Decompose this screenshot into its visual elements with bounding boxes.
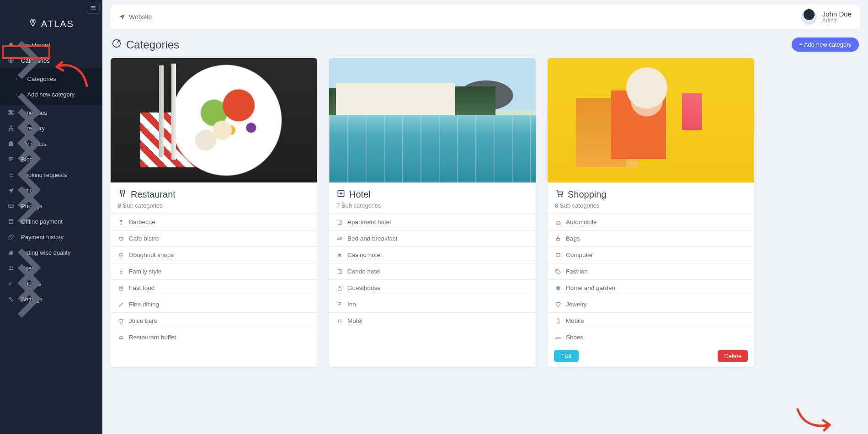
child-icon [118, 268, 124, 275]
subcategory-label: Home and garden [566, 284, 615, 291]
lock-icon [555, 236, 561, 242]
subcategory-item[interactable]: Doughnut shops [111, 247, 317, 263]
subcategory-item[interactable]: Shoes [548, 329, 754, 345]
edit-button[interactable]: Edit [554, 350, 579, 362]
sidebar-item-settings[interactable]: Settings [0, 291, 102, 307]
subcategory-item[interactable]: Jewelry [548, 296, 754, 313]
avatar [801, 9, 817, 25]
sidebar-nav: DashboardCategoriesCategoriesAdd new cat… [0, 37, 102, 307]
subcategory-item[interactable]: Computer [548, 247, 754, 263]
subcategory-label: Fine dining [129, 301, 159, 308]
subcategory-label: Inn [347, 301, 356, 308]
donut-icon [118, 252, 124, 258]
annotation-arrow-icon [794, 407, 835, 432]
cart-icon [555, 189, 564, 200]
subcategory-item[interactable]: Cafe bistro [111, 230, 317, 247]
subcategory-item[interactable]: Mobile [548, 313, 754, 329]
juice-icon [118, 318, 124, 324]
subcategory-label: Automobile [566, 219, 597, 225]
subcategory-item[interactable]: Bags [548, 230, 754, 247]
subcategory-label: Shoes [566, 334, 583, 341]
subcategory-label: Barbecue [129, 219, 155, 225]
paper-plane-icon [119, 13, 125, 21]
sidebar: ATLAS DashboardCategoriesCategoriesAdd n… [0, 0, 102, 434]
category-cards: Restaurant8 Sub categoriesBarbecueCafe b… [111, 58, 860, 367]
subcategory-item[interactable]: Family style [111, 263, 317, 280]
arrow-circle-icon [112, 38, 122, 51]
delete-button[interactable]: Delete [718, 350, 748, 362]
subcategory-label: Casino hotel [347, 252, 382, 258]
subcategory-item[interactable]: Fashion [548, 263, 754, 280]
subcategory-item[interactable]: Condo hotel [329, 263, 536, 280]
subcategory-label: Jewelry [566, 301, 587, 308]
subcategory-label: Guesthouse [347, 284, 381, 291]
subcategory-label: Computer [566, 252, 593, 258]
subcategory-item[interactable]: Inn [329, 296, 536, 313]
user-name: John Doe [822, 11, 852, 18]
bed-icon [336, 236, 343, 242]
subcategory-label: Apartment hotel [347, 219, 391, 225]
shoe-icon [555, 334, 561, 341]
website-label: Website [129, 13, 152, 21]
pen-icon [118, 301, 124, 308]
category-subtitle: 7 Sub categories [336, 202, 528, 209]
subcategory-item[interactable]: Automobile [548, 214, 754, 230]
subcategory-label: Cafe bistro [129, 235, 159, 242]
subcategory-label: Motel [347, 317, 362, 324]
building-icon [336, 268, 343, 275]
car-icon [555, 219, 561, 225]
bell-icon [118, 334, 124, 341]
page-title: Categories [112, 38, 179, 51]
sidebar-item-pricings[interactable]: Pricings [0, 198, 102, 214]
home-icon [555, 285, 561, 291]
building-icon [336, 219, 343, 225]
website-link[interactable]: Website [119, 13, 152, 21]
subcategory-item[interactable]: Juice bars [111, 313, 317, 329]
subcategory-label: Condo hotel [347, 268, 381, 275]
topbar: Website John Doe Admin [111, 5, 860, 29]
user-role: Admin [822, 18, 852, 24]
add-new-category-button[interactable]: + Add new category [792, 38, 859, 52]
content: Website John Doe Admin Categories + Add … [102, 0, 868, 434]
h-icon [336, 318, 343, 324]
category-card-restaurant: Restaurant8 Sub categoriesBarbecueCafe b… [111, 58, 317, 367]
subcategory-item[interactable]: Fast food [111, 280, 317, 296]
subcategory-item[interactable]: Home and garden [548, 280, 754, 296]
category-title: Restaurant [118, 189, 310, 200]
hospital-icon [336, 189, 346, 200]
subcategory-label: Doughnut shops [129, 252, 174, 258]
subcategory-label: Restaurant buffet [129, 334, 176, 341]
subcategory-item[interactable]: Restaurant buffet [111, 329, 317, 345]
archive-icon [7, 218, 15, 225]
category-subtitle: 8 Sub categories [118, 202, 310, 209]
subcategory-item[interactable]: Apartment hotel [329, 214, 536, 230]
burger-icon [118, 285, 124, 291]
subcategory-label: Bags [566, 235, 580, 242]
category-image [329, 58, 536, 182]
subcategory-label: Fashion [566, 268, 588, 275]
tag-icon [555, 268, 561, 275]
category-image [548, 58, 754, 182]
sidebar-item-offline-payment[interactable]: Offline payment [0, 214, 102, 229]
subcategory-label: Mobile [566, 317, 584, 324]
subcategory-item[interactable]: Casino hotel [329, 247, 536, 263]
subcategory-label: Family style [129, 268, 161, 275]
hamburger-toggle[interactable] [87, 2, 100, 14]
category-image [111, 58, 317, 182]
star-icon [336, 252, 343, 258]
user-menu[interactable]: John Doe Admin [801, 9, 852, 25]
sidebar-item-categories[interactable]: Categories [0, 53, 102, 68]
sidebar-item-label: Offline payment [21, 218, 63, 225]
subcategory-item[interactable]: Guesthouse [329, 280, 536, 296]
chevron-right-icon [0, 264, 97, 334]
subcategory-label: Juice bars [129, 317, 157, 324]
subcategory-item[interactable]: Motel [329, 313, 536, 329]
subcategory-item[interactable]: Bed and breakfast [329, 230, 536, 247]
coffee-icon [118, 236, 124, 242]
category-card-hotel: Hotel7 Sub categoriesApartment hotelBed … [329, 58, 536, 367]
subcategory-item[interactable]: Fine dining [111, 296, 317, 313]
gem-icon [555, 301, 561, 308]
church-icon [336, 285, 343, 291]
laptop-icon [555, 252, 561, 258]
subcategory-item[interactable]: Barbecue [111, 214, 317, 230]
